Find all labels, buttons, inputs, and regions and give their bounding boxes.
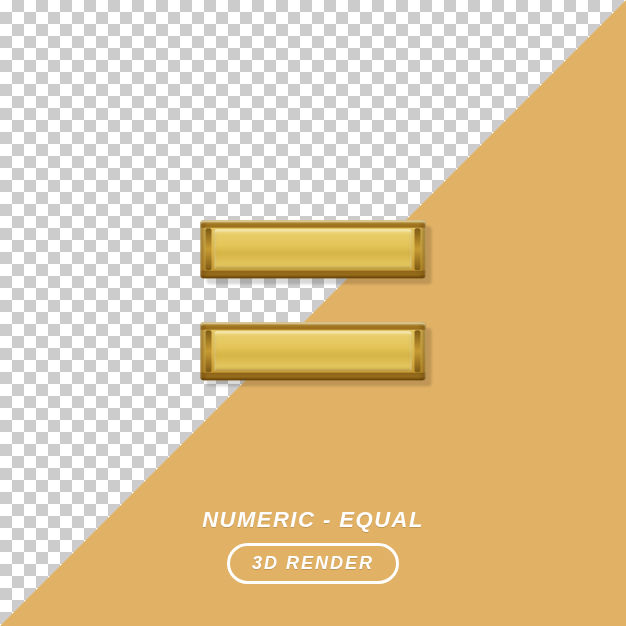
render-badge: 3D RENDER	[227, 543, 399, 584]
caption-block: NUMERIC - EQUAL 3D RENDER	[0, 507, 626, 584]
equals-bottom-bar	[201, 322, 426, 380]
equals-top-bar	[201, 220, 426, 278]
product-preview-canvas: NUMERIC - EQUAL 3D RENDER	[0, 0, 626, 626]
equals-sign-icon	[201, 220, 426, 380]
product-title: NUMERIC - EQUAL	[0, 507, 626, 533]
